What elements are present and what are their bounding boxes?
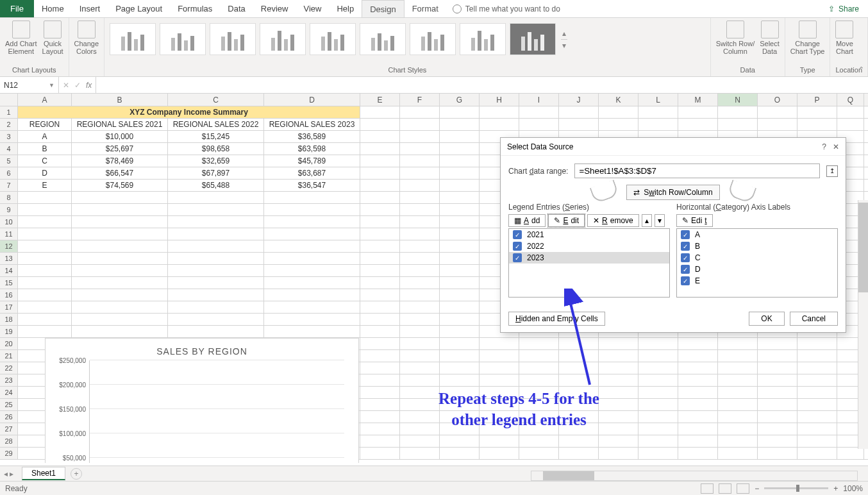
move-chart-button[interactable]: Move Chart — [835, 21, 853, 55]
cell[interactable] — [519, 338, 559, 349]
cell[interactable] — [758, 362, 797, 374]
cell[interactable] — [360, 435, 400, 447]
cell[interactable] — [360, 180, 400, 191]
cell[interactable] — [440, 314, 480, 325]
cell[interactable] — [797, 106, 837, 118]
cell[interactable] — [18, 277, 72, 289]
cell[interactable] — [480, 350, 519, 362]
row-header[interactable]: 27 — [0, 423, 18, 435]
cell[interactable] — [360, 314, 400, 325]
cell[interactable] — [72, 216, 168, 228]
formula-bar[interactable] — [96, 77, 868, 93]
cell[interactable] — [797, 435, 837, 447]
row-header[interactable]: 17 — [0, 301, 18, 313]
column-header[interactable]: D — [264, 94, 360, 106]
cell[interactable] — [797, 399, 837, 410]
cell[interactable] — [400, 374, 440, 386]
cell[interactable]: D — [18, 167, 72, 179]
cell[interactable] — [400, 338, 440, 349]
row-header[interactable]: 25 — [0, 399, 18, 410]
cell[interactable] — [718, 387, 758, 398]
cell[interactable] — [678, 374, 718, 386]
edit-axis-labels-button[interactable]: ✎Edit — [676, 214, 713, 227]
cell[interactable] — [360, 338, 400, 349]
series-list-item[interactable]: ✓2021 — [509, 229, 669, 240]
cell[interactable] — [718, 119, 758, 130]
cell[interactable] — [400, 314, 440, 325]
series-list-item[interactable]: ✓2023 — [509, 252, 669, 264]
add-sheet-button[interactable]: + — [71, 468, 82, 480]
cell[interactable] — [440, 119, 480, 130]
move-up-button[interactable]: ▴ — [642, 214, 652, 227]
row-header[interactable]: 2 — [0, 119, 18, 130]
cell[interactable]: C — [18, 155, 72, 167]
cell[interactable] — [168, 277, 264, 289]
switch-row-column-button[interactable]: Switch Row/ Column — [716, 21, 755, 55]
cell[interactable] — [638, 423, 678, 435]
cell[interactable] — [168, 265, 264, 276]
column-header[interactable]: C — [168, 94, 264, 106]
cell[interactable] — [758, 399, 797, 410]
cell[interactable] — [400, 423, 440, 435]
row-header[interactable]: 19 — [0, 326, 18, 337]
row-header[interactable]: 5 — [0, 155, 18, 167]
add-chart-element-button[interactable]: Add Chart Element — [5, 21, 37, 55]
column-header[interactable]: O — [758, 94, 797, 106]
cell[interactable] — [797, 374, 837, 386]
cell[interactable] — [599, 423, 638, 435]
axis-label-item[interactable]: ✓D — [677, 264, 837, 275]
cell[interactable]: $15,245 — [168, 131, 264, 142]
cell[interactable]: REGION — [18, 119, 72, 130]
chart-style-thumb[interactable] — [210, 23, 256, 55]
cell[interactable] — [678, 119, 718, 130]
cell[interactable] — [72, 192, 168, 203]
zoom-out-button[interactable]: − — [755, 484, 759, 493]
cell[interactable] — [797, 119, 837, 130]
column-header[interactable]: K — [599, 94, 638, 106]
cell[interactable] — [400, 106, 440, 118]
cell[interactable] — [400, 204, 440, 215]
cell[interactable] — [440, 435, 480, 447]
cell[interactable] — [480, 106, 519, 118]
row-header[interactable]: 15 — [0, 277, 18, 289]
row-header[interactable]: 3 — [0, 131, 18, 142]
select-all-corner[interactable] — [0, 94, 18, 106]
cell[interactable] — [72, 204, 168, 215]
cell[interactable]: $74,569 — [72, 180, 168, 191]
chart-style-thumb[interactable] — [310, 23, 356, 55]
axis-label-item[interactable]: ✓A — [677, 229, 837, 240]
select-data-button[interactable]: Select Data — [760, 21, 780, 55]
cell[interactable] — [519, 374, 559, 386]
axis-label-item[interactable]: ✓C — [677, 252, 837, 264]
row-header[interactable]: 16 — [0, 289, 18, 301]
tell-me-search[interactable]: Tell me what you want to do — [446, 0, 567, 17]
cell[interactable] — [72, 253, 168, 264]
cell[interactable] — [559, 435, 599, 447]
cell[interactable] — [797, 338, 837, 349]
close-icon[interactable]: ✕ — [833, 142, 839, 151]
cell[interactable] — [168, 204, 264, 215]
cell[interactable] — [360, 131, 400, 142]
cell[interactable] — [264, 314, 360, 325]
cell[interactable] — [400, 265, 440, 276]
cell[interactable] — [678, 399, 718, 410]
cell[interactable] — [758, 374, 797, 386]
cell[interactable] — [360, 277, 400, 289]
row-header[interactable]: 9 — [0, 204, 18, 215]
cell[interactable] — [718, 423, 758, 435]
cell[interactable] — [400, 228, 440, 240]
sheet-nav[interactable]: ◂ ▸ — [4, 469, 13, 478]
cell[interactable] — [400, 155, 440, 167]
cell[interactable] — [18, 216, 72, 228]
cell[interactable] — [480, 374, 519, 386]
chart-style-thumb[interactable] — [460, 23, 506, 55]
column-header[interactable]: M — [678, 94, 718, 106]
enter-formula-icon[interactable]: ✓ — [74, 81, 81, 90]
cell[interactable] — [718, 374, 758, 386]
cell[interactable] — [264, 216, 360, 228]
column-header[interactable]: G — [440, 94, 480, 106]
cell[interactable] — [360, 143, 400, 155]
cell[interactable] — [480, 362, 519, 374]
row-header[interactable]: 10 — [0, 216, 18, 228]
column-header[interactable]: N — [718, 94, 758, 106]
